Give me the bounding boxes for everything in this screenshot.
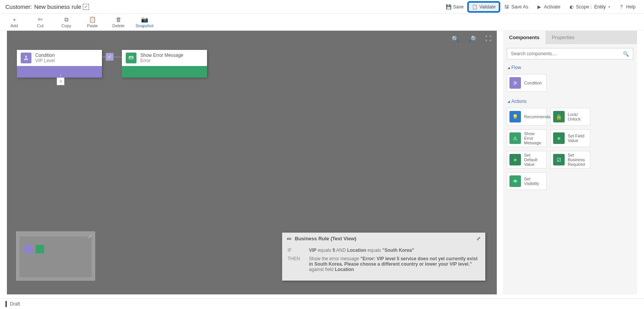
zoom-out-icon[interactable]: 🔎 — [468, 35, 476, 43]
action-subtitle: Error — [140, 58, 183, 63]
section-actions-label: Actions — [511, 99, 526, 104]
connector-false-stub[interactable]: ✕ — [57, 78, 64, 85]
side-panel: Components Properties 🔍 ◢ Flow ⚞ Conditi… — [503, 31, 637, 294]
save-icon: 💾 — [446, 4, 451, 10]
tab-properties[interactable]: Properties — [545, 31, 580, 44]
text-view-header: ≔ Business Rule (Text View) ⤢ — [282, 233, 485, 245]
component-label: Lock/ Unlock — [568, 112, 588, 121]
component-set-field-value[interactable]: ≡ Set Field Value — [550, 129, 590, 147]
condition-icon — [21, 53, 31, 63]
paste-button[interactable]: 📋 Paste — [84, 15, 101, 28]
validate-label: Validate — [479, 4, 495, 10]
scope-icon: ◐ — [569, 4, 574, 10]
copy-label: Copy — [61, 23, 71, 28]
component-lock-unlock[interactable]: 🔒 Lock/ Unlock — [550, 108, 590, 126]
activate-label: Activate — [544, 4, 560, 10]
design-canvas[interactable]: 🔍 🔎 ⛶ Condition VIP Level ✓ — [7, 31, 497, 294]
status-indicator — [5, 301, 7, 307]
text-view-if-row: IF VIP equals 5 AND Location equals "Sou… — [288, 248, 480, 253]
page-title: Customer: New business rule ⤢ — [5, 3, 89, 10]
help-button[interactable]: ? Help — [616, 3, 639, 11]
condition-node[interactable]: Condition VIP Level — [17, 50, 102, 78]
search-box[interactable]: 🔍 — [507, 48, 633, 59]
component-label: Set Field Value — [568, 134, 588, 143]
activate-button[interactable]: ▶ Activate — [534, 3, 564, 11]
snapshot-button[interactable]: 📷 Snapshot — [136, 15, 153, 28]
save-button[interactable]: 💾 Save — [443, 3, 467, 11]
svg-point-2 — [26, 59, 28, 60]
scope-selector[interactable]: ◐ Scope : Entity ▾ — [566, 3, 614, 11]
component-label: Show Error Message — [524, 131, 544, 145]
delete-button[interactable]: 🗑 Delete — [110, 15, 127, 28]
text-view-icon: ≔ — [287, 236, 292, 241]
condition-body — [17, 66, 102, 78]
connector-true-check[interactable]: ✓ — [106, 53, 113, 61]
minimap[interactable]: ⤢ — [16, 231, 95, 281]
condition-header: Condition VIP Level — [17, 50, 102, 66]
component-label: Set Default Value — [524, 153, 544, 167]
component-set-default-value[interactable]: ≡ Set Default Value — [507, 151, 547, 169]
action-body — [122, 66, 207, 78]
then-expression: Show the error message "Error: VIP level… — [309, 256, 480, 272]
zoom-in-icon[interactable]: 🔍 — [452, 35, 459, 43]
save-as-icon: 🖫 — [504, 4, 509, 10]
toolbar: ＋ Add ✄ Cut ⧉ Copy 📋 Paste 🗑 Delete 📷 Sn… — [0, 14, 644, 31]
component-show-error[interactable]: ⚠ Show Error Message — [507, 129, 547, 147]
component-condition[interactable]: ⚞ Condition — [507, 74, 547, 92]
header-actions: 💾 Save 📋 Validate 🖫 Save As ▶ Activate ◐… — [443, 3, 639, 11]
connector-line-2 — [113, 57, 122, 57]
set-field-icon: ≡ — [553, 132, 565, 144]
cut-icon: ✄ — [38, 16, 43, 23]
component-recommendation[interactable]: 💡 Recommendation — [507, 108, 547, 126]
fit-screen-icon[interactable]: ⛶ — [485, 35, 491, 43]
component-set-business-required[interactable]: ☑ Set Business Required — [550, 151, 590, 169]
section-flow[interactable]: ◢ Flow — [503, 63, 637, 72]
if-label: IF — [288, 248, 309, 253]
condition-text: Condition VIP Level — [35, 53, 55, 63]
search-input[interactable] — [511, 51, 623, 56]
help-label: Help — [626, 4, 636, 10]
text-view-expand-icon[interactable]: ⤢ — [476, 236, 481, 241]
tab-components[interactable]: Components — [503, 31, 545, 44]
copy-button[interactable]: ⧉ Copy — [58, 15, 75, 28]
component-label: Set Business Required — [568, 153, 588, 167]
status-text: Draft — [10, 301, 20, 307]
component-set-visibility[interactable]: 👁 Set Visibility — [507, 172, 547, 190]
delete-label: Delete — [112, 23, 125, 28]
snapshot-icon: 📷 — [141, 16, 148, 23]
condition-subtitle: VIP Level — [35, 58, 55, 63]
save-as-label: Save As — [511, 4, 528, 10]
svg-point-1 — [25, 59, 26, 60]
svg-point-0 — [26, 56, 27, 57]
add-button[interactable]: ＋ Add — [5, 15, 23, 28]
save-as-button[interactable]: 🖫 Save As — [501, 3, 531, 11]
cut-button[interactable]: ✄ Cut — [31, 15, 49, 28]
status-bar: Draft — [0, 298, 644, 309]
header-bar: Customer: New business rule ⤢ 💾 Save 📋 V… — [0, 0, 644, 14]
search-icon[interactable]: 🔍 — [623, 51, 629, 57]
canvas-tools: 🔍 🔎 ⛶ — [452, 35, 491, 43]
action-node[interactable]: Show Error Message Error — [122, 50, 207, 78]
delete-icon: 🗑 — [116, 16, 122, 23]
title-name[interactable]: New business rule — [34, 3, 81, 10]
flow-components: ⚞ Condition — [503, 72, 637, 97]
scope-value: Entity — [594, 4, 606, 10]
search-wrap: 🔍 — [503, 44, 637, 63]
collapse-icon: ◢ — [508, 100, 510, 103]
set-visibility-icon: 👁 — [509, 175, 521, 187]
validate-button[interactable]: 📋 Validate — [469, 3, 498, 11]
expand-title-icon[interactable]: ⤢ — [83, 4, 89, 10]
action-header: Show Error Message Error — [122, 50, 207, 66]
section-actions[interactable]: ◢ Actions — [503, 97, 637, 106]
set-default-icon: ≡ — [509, 154, 521, 165]
minimap-viewport — [20, 236, 92, 277]
show-error-icon: ⚠ — [509, 132, 521, 144]
condition-title: Condition — [35, 53, 55, 58]
copy-icon: ⧉ — [64, 16, 69, 23]
title-prefix: Customer: — [5, 3, 32, 10]
text-view-title: Business Rule (Text View) — [295, 236, 356, 241]
snapshot-label: Snapshot — [136, 23, 153, 28]
component-label: Condition — [524, 81, 542, 85]
section-flow-label: Flow — [511, 65, 521, 70]
paste-label: Paste — [87, 23, 98, 28]
